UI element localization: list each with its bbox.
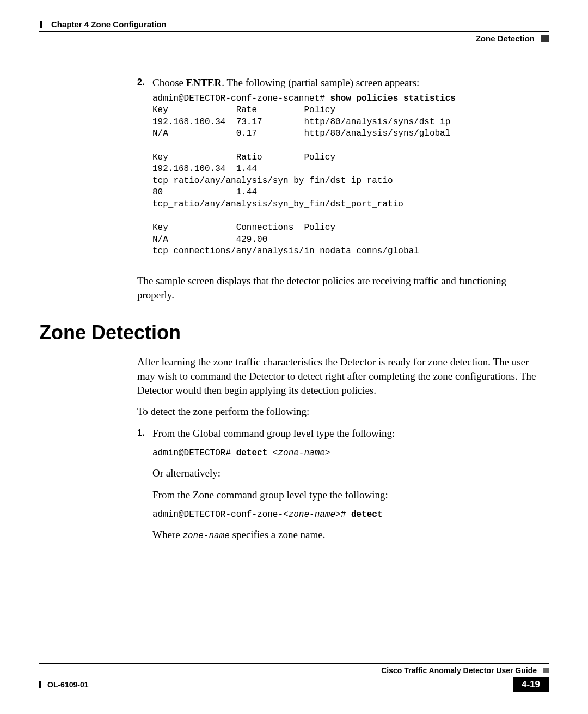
code-prompt: admin@DETECTOR-conf-zone-scannet# — [152, 94, 330, 103]
step2-after-para: The sample screen displays that the dete… — [137, 274, 538, 302]
step-number: 1. — [137, 426, 152, 550]
header-square-icon — [541, 35, 549, 42]
subheader-row: Zone Detection — [39, 34, 549, 43]
footer-rule — [39, 663, 549, 664]
text: Choose — [152, 77, 186, 88]
code-command: show policies statistics — [330, 94, 455, 103]
section-p1: After learning the zone traffic characte… — [137, 355, 538, 397]
step-body: Choose ENTER. The following (partial sam… — [152, 76, 538, 264]
code-detect-zone: admin@DETECTOR-conf-zone-<zone-name># de… — [152, 509, 538, 521]
chapter-label: Chapter 4 Zone Configuration — [51, 20, 167, 29]
section-body: After learning the zone traffic characte… — [137, 355, 538, 550]
section-title: Zone Detection — [39, 321, 549, 344]
code-ital: zone-name — [289, 510, 335, 520]
text: . The following (partial sample) screen … — [222, 77, 419, 88]
step-1: 1. From the Global command group level t… — [137, 426, 538, 550]
code-pre: admin@DETECTOR-conf-zone-< — [152, 510, 289, 520]
code-prompt: admin@DETECTOR# — [152, 448, 236, 458]
step-body: From the Global command group level type… — [152, 426, 538, 550]
step-number: 2. — [137, 76, 152, 264]
footer-left-bar — [39, 681, 41, 688]
step2-lead: Choose ENTER. The following (partial sam… — [152, 76, 538, 90]
code-sample: admin@DETECTOR-conf-zone-scannet# show p… — [152, 93, 538, 258]
footer-row-guide: Cisco Traffic Anomaly Detector User Guid… — [39, 666, 549, 675]
page-header: Chapter 4 Zone Configuration — [39, 20, 549, 29]
page-footer: Cisco Traffic Anomaly Detector User Guid… — [39, 663, 549, 692]
enter-key: ENTER — [186, 77, 222, 88]
code-bold: detect — [236, 448, 273, 458]
or-alt: Or alternatively: — [152, 466, 538, 480]
where-clause: Where zone-name specifies a zone name. — [152, 528, 538, 542]
header-left-bar — [40, 21, 42, 28]
page-number: 4-19 — [513, 677, 549, 692]
footer-square-icon — [543, 668, 549, 673]
step1-lead: From the Global command group level type… — [152, 426, 538, 441]
footer-doc-id: OL-6109-01 — [47, 680, 88, 689]
text: specifies a zone name. — [230, 529, 326, 540]
footer-left: OL-6109-01 — [39, 680, 88, 689]
section-p2: To detect the zone perform the following… — [137, 405, 538, 419]
zone-name-var: zone-name — [182, 531, 229, 541]
step1-lead2: From the Zone command group level type t… — [152, 488, 538, 502]
code-output: Key Rate Policy 192.168.100.34 73.17 htt… — [152, 105, 450, 256]
subheader-text: Zone Detection — [476, 34, 535, 43]
page-content: 2. Choose ENTER. The following (partial … — [137, 76, 538, 302]
header-rule — [39, 31, 549, 32]
footer-guide-title: Cisco Traffic Anomaly Detector User Guid… — [381, 666, 537, 675]
code-ital: <zone-name> — [273, 448, 330, 458]
step-2: 2. Choose ENTER. The following (partial … — [137, 76, 538, 264]
code-bold: detect — [351, 510, 383, 520]
code-detect-global: admin@DETECTOR# detect <zone-name> — [152, 448, 538, 460]
code-post: ># — [335, 510, 351, 520]
text: Where — [152, 529, 182, 540]
footer-row-docpage: OL-6109-01 4-19 — [39, 677, 549, 692]
